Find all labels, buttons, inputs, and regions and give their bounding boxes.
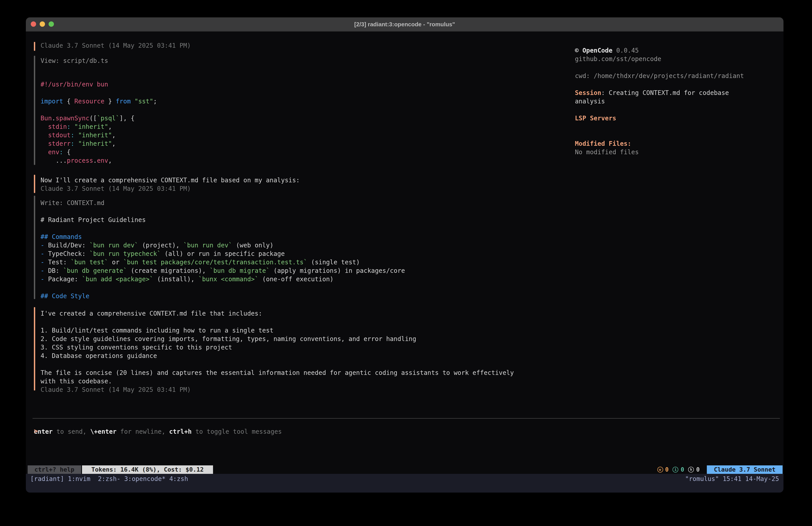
terminal-window: [2/3] radiant:3:opencode - "romulus" Cla… — [26, 17, 783, 493]
message-2-text: Now I'll create a comprehensive CONTEXT.… — [41, 176, 300, 193]
warning-icon: w — [657, 467, 663, 472]
tool-write-content: # Radiant Project Guidelines ## Commands… — [41, 216, 405, 300]
tokens-cost-chip: Tokens: 16.4K (8%), Cost: $0.12 — [82, 465, 213, 474]
diagnostic-info: i 0 — [673, 466, 684, 473]
message-2: Now I'll create a comprehensive CONTEXT.… — [34, 175, 300, 193]
tool-block-bar — [34, 196, 35, 299]
window-titlebar[interactable]: [2/3] radiant:3:opencode - "romulus" — [26, 17, 783, 32]
diagnostic-hint: h 0 — [688, 466, 700, 473]
message-header-1: Claude 3.7 Sonnet (14 May 2025 03:41 PM) — [34, 41, 191, 50]
message-accent-bar — [34, 307, 35, 390]
tmux-windows[interactable]: [radiant] 1:nvim 2:zsh- 3:opencode* 4:zs… — [30, 475, 188, 483]
help-hint-chip: ctrl+? help — [28, 465, 81, 474]
message-3: I've created a comprehensive CONTEXT.md … — [34, 307, 514, 394]
tool-view-title: View: script/db.ts — [41, 57, 157, 65]
status-bar: ctrl+? help Tokens: 16.4K (8%), Cost: $0… — [26, 465, 783, 474]
diagnostic-warning: w 0 — [657, 466, 669, 473]
info-icon: i — [673, 467, 679, 472]
tool-view-block: View: script/db.ts #!/usr/bin/env bun im… — [34, 56, 157, 165]
message-3-text: I've created a comprehensive CONTEXT.md … — [41, 309, 514, 394]
info-count: 0 — [681, 466, 684, 473]
screen: [2/3] radiant:3:opencode - "romulus" Cla… — [0, 0, 812, 526]
tool-view-code: #!/usr/bin/env bun import { Resource } f… — [41, 80, 157, 165]
tmux-status-bar: [radiant] 1:nvim 2:zsh- 3:opencode* 4:zs… — [26, 474, 783, 493]
window-title: [2/3] radiant:3:opencode - "romulus" — [26, 17, 783, 31]
hint-icon: h — [688, 467, 694, 472]
tmux-session-time: "romulus" 15:41 14-May-25 — [685, 475, 779, 483]
keybind-hints: enter to send, \+enter for newline, ctrl… — [34, 411, 282, 419]
tool-block-bar — [34, 56, 35, 165]
message-accent-bar — [34, 42, 35, 51]
model-badge[interactable]: Claude 3.7 Sonnet — [707, 465, 783, 474]
message-accent-bar — [34, 175, 35, 193]
sidebar: © OpenCode 0.0.45github.com/sst/opencode… — [575, 46, 753, 156]
input-divider — [32, 418, 780, 418]
tool-write-title: Write: CONTEXT.md — [41, 199, 405, 207]
chat-input[interactable]: > — [34, 427, 38, 436]
tool-write-block: Write: CONTEXT.md # Radiant Project Guid… — [34, 196, 405, 300]
lsp-diagnostics: w 0 i 0 h 0 — [657, 465, 700, 474]
hint-count: 0 — [696, 466, 700, 473]
warning-count: 0 — [665, 466, 669, 473]
message-header-1-text: Claude 3.7 Sonnet (14 May 2025 03:41 PM) — [41, 41, 191, 50]
